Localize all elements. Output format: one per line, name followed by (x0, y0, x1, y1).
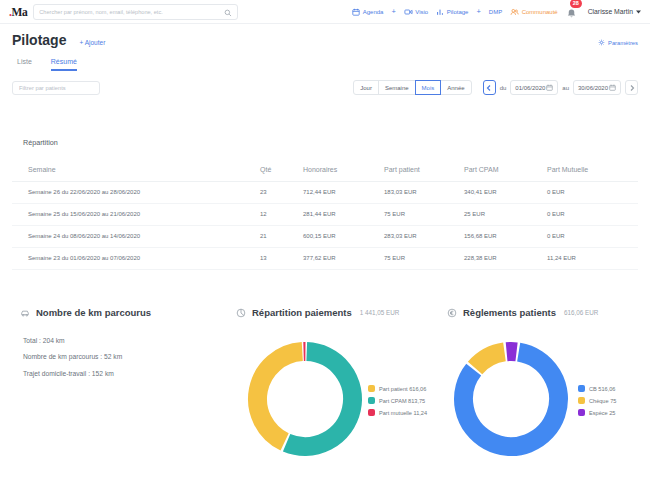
table-cell: Semaine 24 du 08/06/2020 au 14/06/2020 (12, 225, 260, 247)
next-period-button[interactable] (625, 80, 638, 95)
legend-label: Part CPAM 813,75 (379, 398, 425, 404)
car-icon (20, 304, 30, 322)
legend-label: Part patient 616,06 (379, 386, 426, 392)
previous-period-button[interactable] (483, 80, 496, 95)
table-cell: 25 EUR (464, 203, 547, 225)
user-menu[interactable]: Clarisse Martin (588, 8, 641, 15)
table-cell: Semaine 25 du 15/06/2020 au 21/06/2020 (12, 203, 260, 225)
km-panel: Nombre de km parcourus Total : 204 kmNom… (12, 304, 236, 474)
nav-item-label: + (476, 7, 480, 16)
table-cell: 21 (260, 225, 303, 247)
km-stat-line: Total : 204 km (23, 337, 236, 344)
gear-icon (598, 39, 605, 47)
legend-swatch (368, 409, 375, 416)
nav-item-agenda-add[interactable]: + (391, 7, 395, 16)
date-from-label: du (500, 85, 507, 91)
period-button-année[interactable]: Année (440, 80, 471, 95)
payments-chart-panel: Répartition paiements 1 441,05 EUR Part … (236, 304, 447, 474)
tab-résumé[interactable]: Résumé (51, 58, 77, 71)
coin-icon (447, 304, 457, 322)
period-button-semaine[interactable]: Semaine (378, 80, 416, 95)
legend-label: Chèque 75 (589, 398, 616, 404)
legend-item: Chèque 75 (578, 395, 616, 407)
top-bar: .Ma Agenda+VisioPilotage+DMPCommunauté 2… (0, 0, 650, 24)
table-cell: 340,41 EUR (464, 181, 547, 203)
payments-methods-panel: Règlements patients 616,06 EUR CB 516,06… (447, 304, 638, 474)
donut-segment[interactable] (287, 351, 353, 446)
legend-label: Part mutuelle 11,24 (379, 410, 427, 416)
legend-label: Espèce 25 (589, 410, 615, 416)
km-stat-line: Trajet domicile-travail : 152 km (23, 370, 236, 377)
table-cell: 281,44 EUR (303, 203, 384, 225)
table-cell: 75 EUR (384, 247, 464, 269)
table-row: Semaine 24 du 08/06/2020 au 14/06/202021… (12, 225, 638, 247)
table-cell: Semaine 26 du 22/06/2020 au 28/06/2020 (12, 181, 260, 203)
table-cell: 156,68 EUR (464, 225, 547, 247)
filter-input[interactable] (12, 81, 100, 95)
donut-segment[interactable] (475, 351, 504, 367)
date-to-label: au (562, 85, 569, 91)
nav-item-dmp[interactable]: DMP (489, 9, 502, 15)
date-from-input[interactable]: 01/06/2020 (510, 80, 558, 95)
legend-swatch (368, 397, 375, 404)
nav-item-label: Communauté (522, 9, 558, 15)
reglements-chart-total: 616,06 EUR (564, 309, 598, 316)
legend-swatch (578, 409, 585, 416)
date-to-input[interactable]: 30/06/2020 (573, 80, 621, 95)
settings-link[interactable]: Paramètres (598, 39, 638, 47)
legend-item: Part CPAM 813,75 (368, 395, 427, 407)
nav-item-label: + (391, 7, 395, 16)
column-header: Part CPAM (464, 158, 547, 181)
payments-chart-total: 1 441,05 EUR (360, 309, 400, 316)
period-button-jour[interactable]: Jour (353, 80, 379, 95)
period-button-mois[interactable]: Mois (415, 80, 442, 95)
legend-item: Part patient 616,06 (368, 383, 427, 395)
tabs: ListeRésumé (12, 58, 638, 71)
period-button-group: JourSemaineMoisAnnée (353, 80, 471, 95)
nav-item-communaute[interactable]: Communauté (510, 8, 558, 16)
date-from-value: 01/06/2020 (515, 85, 545, 91)
pie-chart-icon (236, 304, 246, 322)
table-cell: 12 (260, 203, 303, 225)
column-header: Qté (260, 158, 303, 181)
reglements-chart-title: Règlements patients (463, 307, 556, 318)
nav-item-pilotage-add[interactable]: + (476, 7, 480, 16)
table-cell: 0 EUR (547, 225, 638, 247)
page-title: Pilotage (12, 32, 66, 48)
nav-item-pilotage[interactable]: Pilotage (436, 8, 468, 16)
nav-item-label: DMP (489, 9, 502, 15)
payments-chart-title: Répartition paiements (252, 307, 352, 318)
nav-item-label: Agenda (363, 9, 384, 15)
donut-segment[interactable] (258, 351, 303, 441)
table-cell: 600,15 EUR (303, 225, 384, 247)
search-input[interactable] (39, 9, 224, 15)
table-cell: 283,03 EUR (384, 225, 464, 247)
legend-swatch (368, 385, 375, 392)
calendar-icon (352, 8, 360, 16)
table-cell: 183,03 EUR (384, 181, 464, 203)
legend-item: CB 516,06 (578, 383, 616, 395)
table-cell: 13 (260, 247, 303, 269)
date-to-value: 30/06/2020 (578, 85, 608, 91)
app-logo[interactable]: .Ma (9, 6, 27, 18)
km-panel-title: Nombre de km parcourus (36, 307, 151, 318)
people-icon (510, 8, 519, 16)
tab-liste[interactable]: Liste (17, 58, 32, 71)
add-button[interactable]: + Ajouter (79, 39, 105, 46)
legend-swatch (578, 397, 585, 404)
bell-icon (566, 5, 577, 22)
nav-item-agenda[interactable]: Agenda (352, 8, 383, 16)
column-header: Semaine (12, 158, 260, 181)
legend-swatch (578, 385, 585, 392)
table-cell: Semaine 23 du 01/06/2020 au 07/06/2020 (12, 247, 260, 269)
top-nav: Agenda+VisioPilotage+DMPCommunauté (344, 7, 557, 16)
nav-item-visio[interactable]: Visio (404, 8, 428, 16)
logo-text: Ma (11, 6, 27, 18)
global-search[interactable] (33, 4, 238, 20)
column-header: Part Mutuelle (547, 158, 638, 181)
table-cell: 75 EUR (384, 203, 464, 225)
notifications-bell[interactable]: 28 (566, 5, 579, 18)
repartition-table: SemaineQtéHonorairesPart patientPart CPA… (12, 158, 638, 270)
nav-item-label: Visio (415, 9, 428, 15)
table-cell: 712,44 EUR (303, 181, 384, 203)
